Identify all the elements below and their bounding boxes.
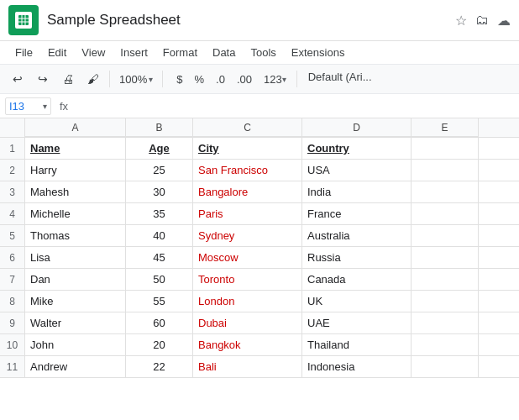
cell-age-row7[interactable]: 50 <box>126 269 193 290</box>
cell-country-row7[interactable]: Canada <box>302 269 412 290</box>
cell-country-row5[interactable]: Australia <box>302 225 412 246</box>
cell-name-row3[interactable]: Mahesh <box>25 181 126 202</box>
cell-extra-row10[interactable] <box>412 334 479 355</box>
cell-country-row2[interactable]: USA <box>302 160 412 181</box>
cell-reference[interactable]: I13 ▾ <box>5 97 51 115</box>
cell-city-row10[interactable]: Bangkok <box>193 334 302 355</box>
cell-extra-row5[interactable] <box>412 225 479 246</box>
cell-name-row4[interactable]: Michelle <box>25 203 126 224</box>
cell-name-row8[interactable]: Mike <box>25 291 126 312</box>
cell-country-row10[interactable]: Thailand <box>302 334 412 355</box>
cell-city-row1[interactable]: City <box>193 138 302 159</box>
cell-name-row2[interactable]: Harry <box>25 160 126 181</box>
col-header-c[interactable]: C <box>193 118 302 137</box>
undo-button[interactable]: ↩ <box>7 68 29 90</box>
cell-city-row6[interactable]: Moscow <box>193 247 302 268</box>
cell-country-row8[interactable]: UK <box>302 291 412 312</box>
cell-country-row1[interactable]: Country <box>302 138 412 159</box>
cell-city-row8[interactable]: London <box>193 291 302 312</box>
toolbar-divider-3 <box>296 71 297 87</box>
cell-city-row4[interactable]: Paris <box>193 203 302 224</box>
currency-button[interactable]: $ <box>171 68 187 90</box>
cell-extra-row4[interactable] <box>412 203 479 224</box>
cell-extra-row9[interactable] <box>412 312 479 333</box>
cell-extra-row6[interactable] <box>412 247 479 268</box>
font-selector[interactable]: Default (Ari... <box>302 68 378 90</box>
menu-data[interactable]: Data <box>206 43 242 62</box>
decimal1-button[interactable]: .0 <box>211 68 230 90</box>
formula-input[interactable] <box>76 96 514 116</box>
cell-name-row11[interactable]: Andrew <box>25 356 126 377</box>
percent-button[interactable]: % <box>189 68 209 90</box>
more-formats-chevron: ▾ <box>282 75 286 84</box>
cell-extra-row2[interactable] <box>412 160 479 181</box>
cell-extra-row8[interactable] <box>412 291 479 312</box>
cloud-icon[interactable]: ☁ <box>497 13 511 29</box>
menu-format[interactable]: Format <box>156 43 204 62</box>
col-header-e[interactable]: E <box>412 118 479 137</box>
cell-city-row11[interactable]: Bali <box>193 356 302 377</box>
cell-name-row1[interactable]: Name <box>25 138 126 159</box>
table-row: 9Walter60DubaiUAE <box>0 312 519 334</box>
star-icon[interactable]: ☆ <box>455 13 467 29</box>
menu-view[interactable]: View <box>75 43 112 62</box>
cell-age-row5[interactable]: 40 <box>126 225 193 246</box>
cell-ref-chevron: ▾ <box>43 102 47 111</box>
cell-country-row9[interactable]: UAE <box>302 312 412 333</box>
more-formats-label: 123 <box>264 73 282 86</box>
cell-name-row9[interactable]: Walter <box>25 312 126 333</box>
cell-extra-row7[interactable] <box>412 269 479 290</box>
cell-age-row8[interactable]: 55 <box>126 291 193 312</box>
row-number: 7 <box>0 269 25 290</box>
formula-bar: I13 ▾ fx <box>0 94 519 118</box>
cell-country-row11[interactable]: Indonesia <box>302 356 412 377</box>
cell-name-row5[interactable]: Thomas <box>25 225 126 246</box>
cell-age-row4[interactable]: 35 <box>126 203 193 224</box>
toolbar-divider-1 <box>109 71 110 87</box>
cell-country-row6[interactable]: Russia <box>302 247 412 268</box>
toolbar-divider-2 <box>162 71 163 87</box>
cell-extra-row3[interactable] <box>412 181 479 202</box>
menu-tools[interactable]: Tools <box>244 43 282 62</box>
more-formats-button[interactable]: 123 ▾ <box>259 68 291 90</box>
cell-city-row9[interactable]: Dubai <box>193 312 302 333</box>
redo-button[interactable]: ↪ <box>32 68 54 90</box>
col-header-d[interactable]: D <box>302 118 412 137</box>
spreadsheet: A B C D E 1NameAgeCityCountry2Harry25San… <box>0 118 519 378</box>
cell-name-row6[interactable]: Lisa <box>25 247 126 268</box>
cell-city-row7[interactable]: Toronto <box>193 269 302 290</box>
cell-name-row7[interactable]: Dan <box>25 269 126 290</box>
col-header-b[interactable]: B <box>126 118 193 137</box>
cell-name-row10[interactable]: John <box>25 334 126 355</box>
cell-age-row10[interactable]: 20 <box>126 334 193 355</box>
menu-edit[interactable]: Edit <box>41 43 73 62</box>
cell-extra-row1[interactable] <box>412 138 479 159</box>
cell-age-row1[interactable]: Age <box>126 138 193 159</box>
format-buttons: $ % .0 .00 123 ▾ <box>171 68 291 90</box>
cell-age-row11[interactable]: 22 <box>126 356 193 377</box>
menu-extensions[interactable]: Extensions <box>285 43 352 62</box>
menu-file[interactable]: File <box>8 43 39 62</box>
folder-icon[interactable]: 🗂 <box>475 13 489 29</box>
decimal2-button[interactable]: .00 <box>232 68 257 90</box>
cell-age-row2[interactable]: 25 <box>126 160 193 181</box>
cell-city-row2[interactable]: San Francisco <box>193 160 302 181</box>
cell-age-row9[interactable]: 60 <box>126 312 193 333</box>
cell-country-row4[interactable]: France <box>302 203 412 224</box>
cell-extra-row11[interactable] <box>412 356 479 377</box>
menu-insert[interactable]: Insert <box>113 43 155 62</box>
cell-city-row3[interactable]: Bangalore <box>193 181 302 202</box>
cell-age-row3[interactable]: 30 <box>126 181 193 202</box>
row-number: 5 <box>0 225 25 246</box>
document-title: Sample Spreadsheet <box>47 12 455 29</box>
col-header-a[interactable]: A <box>25 118 126 137</box>
toolbar: ↩ ↪ 🖨 🖌 100% ▾ $ % .0 .00 123 ▾ Default … <box>0 64 519 94</box>
print-button[interactable]: 🖨 <box>57 68 79 90</box>
table-row: 7Dan50TorontoCanada <box>0 269 519 291</box>
zoom-select[interactable]: 100% ▾ <box>115 71 157 88</box>
cell-country-row3[interactable]: India <box>302 181 412 202</box>
table-row: 4Michelle35ParisFrance <box>0 203 519 225</box>
cell-age-row6[interactable]: 45 <box>126 247 193 268</box>
cell-city-row5[interactable]: Sydney <box>193 225 302 246</box>
paint-format-button[interactable]: 🖌 <box>82 68 104 90</box>
